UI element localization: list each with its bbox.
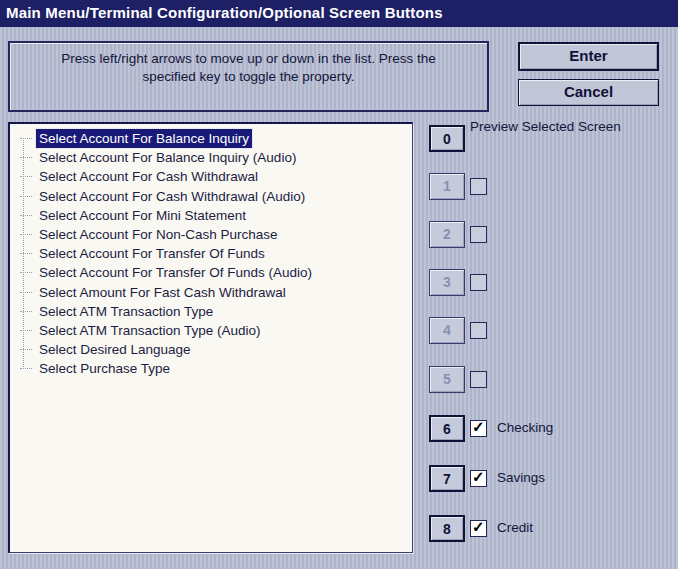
tree-branch-icon <box>20 349 32 350</box>
key-checkbox-8[interactable]: ✓ <box>470 520 487 537</box>
cancel-button[interactable]: Cancel <box>518 79 659 106</box>
list-item[interactable]: Select Account For Transfer Of Funds <box>20 244 408 263</box>
list-item-label: Select Account For Transfer Of Funds (Au… <box>36 263 315 282</box>
list-item-label: Select Account For Cash Withdrawal (Audi… <box>36 187 308 206</box>
key-checkbox-label-8: Credit <box>497 520 533 535</box>
key-checkbox-3[interactable]: ✓ <box>470 274 487 291</box>
list-item[interactable]: Select ATM Transaction Type (Audio) <box>20 321 408 340</box>
key-button-2: 2 <box>429 221 465 248</box>
list-item-label: Select Desired Language <box>36 340 194 359</box>
key-checkbox-label-7: Savings <box>497 470 545 485</box>
key-button-6[interactable]: 6 <box>429 415 465 442</box>
tree-branch-icon <box>20 368 32 369</box>
preview-selected-screen-label: Preview Selected Screen <box>470 119 621 134</box>
list-item[interactable]: Select Account For Balance Inquiry (Audi… <box>20 148 408 167</box>
key-button-5: 5 <box>429 366 465 393</box>
key-button-7[interactable]: 7 <box>429 465 465 492</box>
key-button-1: 1 <box>429 173 465 200</box>
list-item[interactable]: Select Desired Language <box>20 340 408 359</box>
key-checkbox-7[interactable]: ✓ <box>470 470 487 487</box>
tree-branch-icon <box>20 330 32 331</box>
instruction-box: Press left/right arrows to move up or do… <box>8 41 489 112</box>
list-item-label: Select Purchase Type <box>36 359 173 378</box>
tree-branch-icon <box>20 196 32 197</box>
list-item[interactable]: Select Account For Cash Withdrawal (Audi… <box>20 187 408 206</box>
key-checkbox-2[interactable]: ✓ <box>470 226 487 243</box>
list-item[interactable]: Select ATM Transaction Type <box>20 302 408 321</box>
list-item-label: Select Account For Balance Inquiry <box>36 129 252 148</box>
tree-branch-icon <box>20 253 32 254</box>
list-item-label: Select Account For Balance Inquiry (Audi… <box>36 148 299 167</box>
list-item-label: Select Account For Mini Statement <box>36 206 249 225</box>
screen-tree: Select Account For Balance InquirySelect… <box>20 129 408 378</box>
checkmark-icon: ✓ <box>472 418 485 435</box>
instruction-line-2: specified key to toggle the property. <box>10 68 487 86</box>
key-checkbox-1[interactable]: ✓ <box>470 178 487 195</box>
tree-branch-icon <box>20 272 32 273</box>
list-item[interactable]: Select Account For Balance Inquiry <box>20 129 408 148</box>
tree-branch-icon <box>20 215 32 216</box>
list-item[interactable]: Select Account For Mini Statement <box>20 206 408 225</box>
list-item-label: Select ATM Transaction Type (Audio) <box>36 321 264 340</box>
key-button-4: 4 <box>429 317 465 344</box>
list-item[interactable]: Select Amount For Fast Cash Withdrawal <box>20 283 408 302</box>
list-item[interactable]: Select Account For Non-Cash Purchase <box>20 225 408 244</box>
enter-button[interactable]: Enter <box>518 42 659 71</box>
key-checkbox-label-6: Checking <box>497 420 553 435</box>
list-item-label: Select Amount For Fast Cash Withdrawal <box>36 283 289 302</box>
instruction-line-1: Press left/right arrows to move up or do… <box>10 50 487 68</box>
optional-screen-buttons-dialog: Main Menu/Terminal Configuration/Optiona… <box>0 0 678 569</box>
tree-branch-icon <box>20 292 32 293</box>
checkmark-icon: ✓ <box>472 468 485 485</box>
list-item[interactable]: Select Purchase Type <box>20 359 408 378</box>
screen-list[interactable]: Select Account For Balance InquirySelect… <box>8 122 413 553</box>
list-item-label: Select ATM Transaction Type <box>36 302 216 321</box>
key-checkbox-4[interactable]: ✓ <box>470 322 487 339</box>
title-bar: Main Menu/Terminal Configuration/Optiona… <box>0 0 678 27</box>
page-title: Main Menu/Terminal Configuration/Optiona… <box>6 4 443 21</box>
key-button-0[interactable]: 0 <box>429 125 465 152</box>
list-item-label: Select Account For Transfer Of Funds <box>36 244 268 263</box>
key-button-8[interactable]: 8 <box>429 515 465 542</box>
list-item-label: Select Account For Non-Cash Purchase <box>36 225 281 244</box>
key-checkbox-6[interactable]: ✓ <box>470 420 487 437</box>
list-item[interactable]: Select Account For Transfer Of Funds (Au… <box>20 263 408 282</box>
list-item[interactable]: Select Account For Cash Withdrawal <box>20 167 408 186</box>
list-item-label: Select Account For Cash Withdrawal <box>36 167 261 186</box>
tree-branch-icon <box>20 138 32 139</box>
key-button-3: 3 <box>429 269 465 296</box>
checkmark-icon: ✓ <box>472 518 485 535</box>
tree-branch-icon <box>20 311 32 312</box>
tree-branch-icon <box>20 157 32 158</box>
tree-branch-icon <box>20 234 32 235</box>
tree-branch-icon <box>20 176 32 177</box>
key-checkbox-5[interactable]: ✓ <box>470 371 487 388</box>
